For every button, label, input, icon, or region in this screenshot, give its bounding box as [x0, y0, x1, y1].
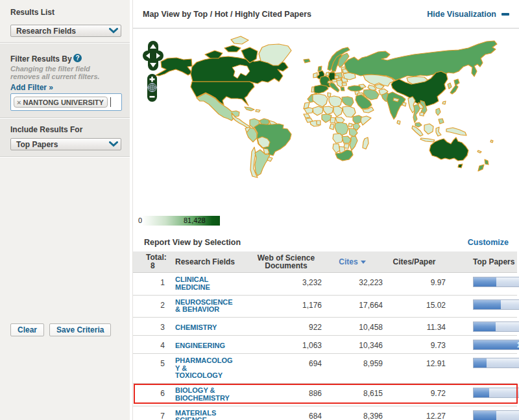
country-borneo[interactable] [424, 124, 433, 134]
documents-value: 1,176 [302, 301, 322, 310]
research-field-link[interactable]: NEUROSCIENCE & BEHAVIOR [175, 299, 233, 314]
filter-tag[interactable]: × NANTONG UNIVERSITY [14, 97, 108, 108]
column-header-cites[interactable]: Cites [322, 258, 383, 266]
filter-tag-label: NANTONG UNIVERSITY [23, 99, 103, 106]
country-java[interactable] [420, 138, 435, 142]
country-cambodia[interactable] [420, 112, 424, 116]
country-nz-north[interactable] [485, 159, 489, 165]
map-zoom-control[interactable] [147, 73, 158, 102]
country-malaysia[interactable] [415, 122, 422, 127]
research-field-link[interactable]: MATERIALS SCIENCE [175, 410, 216, 420]
include-results-dropdown[interactable]: Top Papers [10, 138, 121, 150]
country-fiji[interactable] [490, 140, 493, 143]
country-iceland[interactable] [304, 59, 310, 63]
top-papers-bar: 4 [473, 358, 519, 368]
country-lowlands[interactable] [326, 72, 329, 76]
country-taiwan[interactable] [442, 101, 446, 104]
country-somalia[interactable] [361, 116, 371, 125]
country-scotland[interactable] [318, 66, 322, 71]
country-egypt[interactable] [342, 97, 354, 106]
country-sulawesi[interactable] [436, 127, 441, 136]
island-arctic1[interactable] [205, 51, 223, 58]
table-row: 1 CLINICAL MEDICINE 3,232 32,223 9.97 7 [133, 273, 517, 296]
country-sudan[interactable] [343, 106, 356, 117]
country-uganda[interactable] [348, 123, 352, 127]
country-philippines[interactable] [436, 108, 441, 115]
country-usa[interactable] [191, 82, 254, 106]
top-papers-bar: 5 [473, 388, 519, 398]
country-switzerland[interactable] [328, 81, 331, 83]
add-filter-link[interactable]: Add Filter » [10, 83, 53, 92]
research-field-link[interactable]: CHEMISTRY [175, 324, 217, 332]
country-madagascar[interactable] [363, 137, 368, 149]
cites-per-paper-value: 9.97 [431, 278, 446, 287]
top-papers-bar-fill [474, 411, 496, 420]
country-tasmania[interactable] [458, 164, 463, 168]
country-cuba[interactable] [245, 107, 254, 111]
save-criteria-button[interactable]: Save Criteria [49, 323, 111, 336]
research-field-link[interactable]: BIOLOGY & BIOCHEMISTRY [175, 387, 230, 402]
top-papers-bar: 17 [473, 340, 519, 350]
world-choropleth-map[interactable] [133, 29, 519, 229]
table-row: 6 BIOLOGY & BIOCHEMISTRY 886 8,615 9.72 … [133, 384, 517, 406]
country-bulgaria[interactable] [342, 83, 346, 86]
documents-value: 3,232 [302, 278, 322, 287]
country-srilanka[interactable] [397, 121, 400, 124]
cites-per-paper-value: 9.72 [431, 389, 446, 398]
top-papers-bar-fill [474, 300, 501, 309]
help-icon[interactable]: ? [73, 54, 82, 62]
country-niger[interactable] [323, 106, 333, 115]
country-nz-south[interactable] [478, 165, 484, 171]
country-greece[interactable] [341, 87, 344, 91]
results-list-value: Research Fields [11, 27, 106, 36]
country-namibia[interactable] [333, 144, 340, 153]
research-field-link[interactable]: PHARMACOLOG Y & TOXICOLOGY [175, 357, 233, 380]
remove-tag-icon[interactable]: × [17, 99, 21, 106]
column-header-research-fields[interactable]: Research Fields [175, 258, 250, 266]
country-mindanao[interactable] [439, 119, 444, 124]
country-zambia[interactable] [342, 136, 351, 143]
island-ellesmere[interactable] [231, 36, 248, 44]
top-papers-bar: 7 [473, 321, 519, 332]
country-bangladesh[interactable] [402, 102, 406, 106]
filter-input[interactable]: × NANTONG UNIVERSITY [10, 93, 122, 111]
country-algeria[interactable] [313, 94, 328, 107]
clear-button[interactable]: Clear [10, 323, 44, 336]
country-libya[interactable] [329, 96, 342, 108]
column-header-documents[interactable]: Web of Science Documents [250, 254, 322, 270]
country-spain[interactable] [313, 85, 328, 93]
country-hispaniola[interactable] [256, 110, 260, 112]
country-russia[interactable] [344, 41, 497, 80]
table-row: 2 NEUROSCIENCE & BEHAVIOR 1,176 17,664 1… [133, 296, 517, 318]
country-caledonia[interactable] [477, 150, 481, 153]
country-senegal[interactable] [304, 114, 310, 118]
country-png[interactable] [446, 128, 466, 135]
country-portugal[interactable] [311, 87, 314, 92]
country-mozambique[interactable] [350, 136, 357, 150]
country-australia[interactable] [429, 137, 468, 161]
research-field-link[interactable]: ENGINEERING [175, 342, 225, 350]
research-field-link[interactable]: CLINICAL MEDICINE [175, 276, 210, 291]
country-congo[interactable] [330, 124, 334, 130]
country-mali[interactable] [313, 106, 323, 115]
country-angola[interactable] [333, 134, 343, 143]
country-hungary[interactable] [337, 78, 341, 80]
cites-per-paper-value: 12.27 [426, 412, 446, 420]
map-legend: 0 81,428 [138, 216, 223, 226]
top-papers-bar: 9 [473, 299, 519, 310]
country-ghana[interactable] [317, 121, 320, 125]
column-header-cites-per-paper[interactable]: Cites/Paper [383, 258, 446, 266]
column-header-top-papers[interactable]: Top Papers [446, 258, 519, 266]
country-sumatra[interactable] [412, 126, 423, 136]
customize-link[interactable]: Customize [468, 238, 509, 247]
country-cameroon[interactable] [330, 117, 335, 123]
country-korea[interactable] [448, 83, 452, 89]
island-arctic2[interactable] [224, 45, 241, 52]
country-chad[interactable] [333, 106, 343, 117]
results-list-dropdown[interactable]: Research Fields [10, 25, 121, 37]
country-mauritania[interactable] [304, 108, 313, 113]
country-india[interactable] [387, 92, 405, 119]
hide-visualization-link[interactable]: Hide Visualization [427, 10, 509, 19]
country-uruguay[interactable] [267, 157, 272, 161]
map-pan-control[interactable] [142, 40, 164, 71]
